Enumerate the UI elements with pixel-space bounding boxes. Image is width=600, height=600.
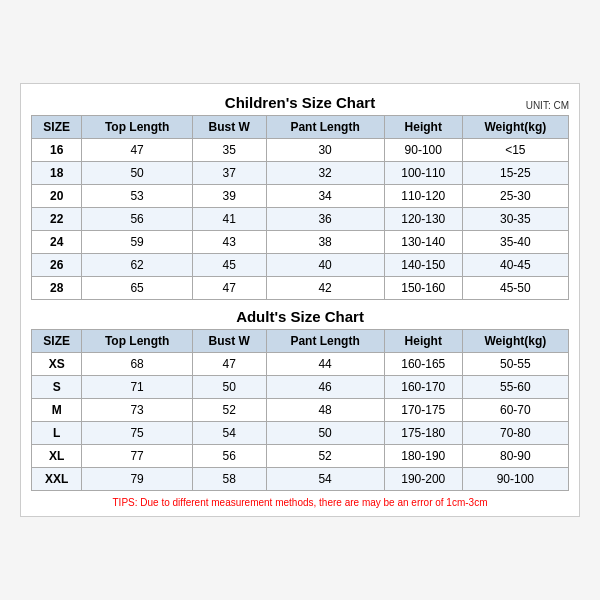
children-title: Children's Size Chart [225,94,375,111]
chart-container: Children's Size Chart UNIT: CM SIZETop L… [20,83,580,517]
children-header-row: SIZETop LengthBust WPant LengthHeightWei… [32,116,569,139]
table-cell: 45-50 [462,277,568,300]
table-cell: 30 [266,139,384,162]
table-cell: 50-55 [462,353,568,376]
adults-table-header: SIZETop LengthBust WPant LengthHeightWei… [32,330,569,353]
children-header-cell: Pant Length [266,116,384,139]
table-cell: 41 [192,208,266,231]
table-cell: 180-190 [384,445,462,468]
table-cell: 42 [266,277,384,300]
table-cell: L [32,422,82,445]
children-header-cell: Top Length [82,116,192,139]
table-cell: S [32,376,82,399]
children-title-row: Children's Size Chart UNIT: CM [31,94,569,111]
table-cell: 30-35 [462,208,568,231]
table-cell: 46 [266,376,384,399]
table-row: 1647353090-100<15 [32,139,569,162]
table-cell: 16 [32,139,82,162]
table-cell: 56 [192,445,266,468]
table-cell: M [32,399,82,422]
table-cell: 65 [82,277,192,300]
table-cell: 140-150 [384,254,462,277]
table-cell: 38 [266,231,384,254]
table-cell: 62 [82,254,192,277]
table-cell: 15-25 [462,162,568,185]
table-row: 28654742150-16045-50 [32,277,569,300]
table-cell: 52 [192,399,266,422]
table-cell: 50 [192,376,266,399]
table-cell: 110-120 [384,185,462,208]
table-cell: 47 [82,139,192,162]
table-row: XXL795854190-20090-100 [32,468,569,491]
table-row: 24594338130-14035-40 [32,231,569,254]
table-cell: 40-45 [462,254,568,277]
children-table-body: 1647353090-100<1518503732100-11015-25205… [32,139,569,300]
adults-table-body: XS684744160-16550-55S715046160-17055-60M… [32,353,569,491]
table-cell: 52 [266,445,384,468]
table-cell: 24 [32,231,82,254]
adults-title-row: Adult's Size Chart [31,308,569,325]
table-row: S715046160-17055-60 [32,376,569,399]
table-cell: 190-200 [384,468,462,491]
table-cell: 36 [266,208,384,231]
table-cell: 170-175 [384,399,462,422]
table-cell: 73 [82,399,192,422]
table-cell: 45 [192,254,266,277]
children-header-cell: Bust W [192,116,266,139]
table-cell: 35-40 [462,231,568,254]
table-row: XL775652180-19080-90 [32,445,569,468]
table-row: 26624540140-15040-45 [32,254,569,277]
table-cell: 90-100 [384,139,462,162]
table-cell: XS [32,353,82,376]
table-row: 18503732100-11015-25 [32,162,569,185]
table-cell: 50 [82,162,192,185]
adults-header-cell: Pant Length [266,330,384,353]
children-header-cell: Height [384,116,462,139]
table-cell: 59 [82,231,192,254]
adults-header-cell: Weight(kg) [462,330,568,353]
table-cell: 60-70 [462,399,568,422]
table-cell: 37 [192,162,266,185]
table-cell: 56 [82,208,192,231]
table-cell: 75 [82,422,192,445]
table-cell: 71 [82,376,192,399]
table-cell: 32 [266,162,384,185]
table-cell: 43 [192,231,266,254]
table-cell: 77 [82,445,192,468]
table-cell: 25-30 [462,185,568,208]
table-cell: 48 [266,399,384,422]
tips-text: TIPS: Due to different measurement metho… [31,497,569,508]
table-cell: 68 [82,353,192,376]
children-header-cell: SIZE [32,116,82,139]
table-cell: 90-100 [462,468,568,491]
table-cell: 80-90 [462,445,568,468]
table-cell: 28 [32,277,82,300]
unit-label: UNIT: CM [526,100,569,111]
table-row: M735248170-17560-70 [32,399,569,422]
table-cell: 53 [82,185,192,208]
table-cell: XXL [32,468,82,491]
table-cell: 18 [32,162,82,185]
table-cell: 22 [32,208,82,231]
table-cell: 35 [192,139,266,162]
adults-header-row: SIZETop LengthBust WPant LengthHeightWei… [32,330,569,353]
table-cell: 47 [192,277,266,300]
table-row: XS684744160-16550-55 [32,353,569,376]
children-header-cell: Weight(kg) [462,116,568,139]
table-cell: 100-110 [384,162,462,185]
adults-header-cell: SIZE [32,330,82,353]
table-cell: 20 [32,185,82,208]
table-row: 22564136120-13030-35 [32,208,569,231]
table-row: L755450175-18070-80 [32,422,569,445]
adults-header-cell: Height [384,330,462,353]
table-row: 20533934110-12025-30 [32,185,569,208]
table-cell: 160-170 [384,376,462,399]
table-cell: 26 [32,254,82,277]
children-table: SIZETop LengthBust WPant LengthHeightWei… [31,115,569,300]
table-cell: 54 [192,422,266,445]
table-cell: 40 [266,254,384,277]
table-cell: 39 [192,185,266,208]
table-cell: 50 [266,422,384,445]
table-cell: 54 [266,468,384,491]
table-cell: 58 [192,468,266,491]
